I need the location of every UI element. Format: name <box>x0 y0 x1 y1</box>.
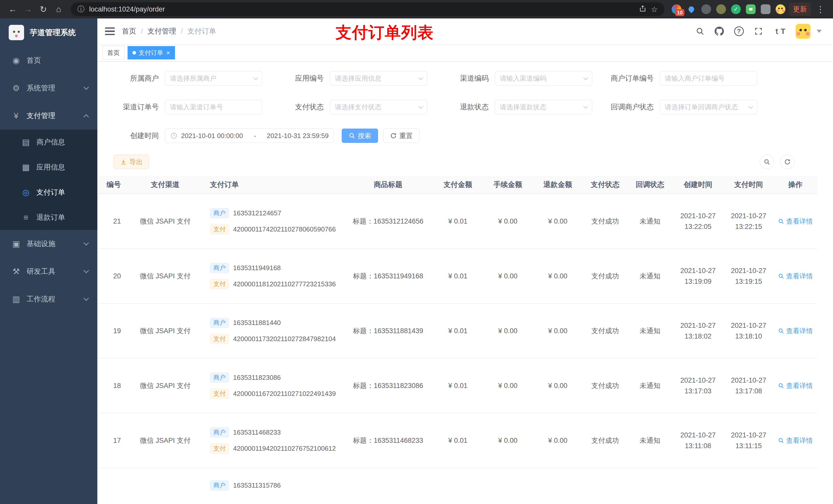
table-row[interactable]: 19微信 JSAPI 支付商户1635311881440支付4200001173… <box>97 304 817 359</box>
sidebar-item-system[interactable]: ⚙系统管理 <box>0 74 97 102</box>
browser-update-button[interactable]: 更新 <box>789 3 811 16</box>
table-row[interactable]: 21微信 JSAPI 支付商户1635312124657支付4200001174… <box>97 194 817 249</box>
view-detail-label: 查看详情 <box>786 217 813 226</box>
browser-menu-icon[interactable]: ⋮ <box>812 4 827 14</box>
browser-forward-button[interactable]: → <box>21 2 35 16</box>
action-cell: 查看详情 <box>774 413 817 467</box>
close-icon[interactable]: × <box>166 49 170 56</box>
font-size-icon[interactable]: ｔT <box>773 26 785 37</box>
view-detail-link[interactable]: 查看详情 <box>778 217 813 226</box>
table-row-partial[interactable]: 商户1635311315786 <box>97 468 817 504</box>
page-annotation: 支付订单列表 <box>336 22 434 43</box>
filter-label: 商户订单编号 <box>592 73 660 83</box>
view-detail-link[interactable]: 查看详情 <box>778 381 813 390</box>
breadcrumb-item[interactable]: 支付管理 <box>147 26 176 36</box>
site-info-icon[interactable]: ⓘ <box>77 4 85 14</box>
filter-select-notify-status[interactable]: 请选择订单回调商户状态 <box>660 100 757 114</box>
filter-select-pay-status[interactable]: 请选择支付状态 <box>330 100 427 114</box>
toolbar-right <box>760 155 794 169</box>
merchant-order-no: 1635311468233 <box>233 429 281 436</box>
github-icon[interactable] <box>715 27 724 36</box>
pay-amount-cell: ¥ 0.01 <box>433 194 483 248</box>
view-detail-link[interactable]: 查看详情 <box>778 272 813 281</box>
olive-extension-icon[interactable] <box>716 4 726 14</box>
create-clock: 13:19:09 <box>685 277 711 286</box>
create-time-cell: 2021-10-2713:19:09 <box>672 249 723 303</box>
pay-tag: 支付 <box>210 389 229 399</box>
view-detail-link[interactable]: 查看详情 <box>778 327 813 335</box>
product-title-cell: 标题：1635311949168 <box>343 249 433 303</box>
browser-back-button[interactable]: ← <box>6 2 20 16</box>
create-time-cell: 2021-10-2713:18:02 <box>672 304 723 358</box>
merchant-order-line: 商户1635312124657 <box>210 208 281 218</box>
address-bar[interactable]: ⓘ localhost:1024/pay/order ☆ <box>71 2 664 16</box>
table-row[interactable]: 20微信 JSAPI 支付商户1635311949168支付4200001181… <box>97 249 817 304</box>
pay-status-cell: 支付成功 <box>583 249 627 303</box>
browser-home-button[interactable]: ⌂ <box>52 2 66 16</box>
pay-status-cell: 支付成功 <box>583 413 627 467</box>
filter-select-app-no[interactable]: 请选择应用信息 <box>330 71 427 86</box>
magnifier-icon <box>778 437 784 443</box>
chat-extension-icon[interactable] <box>746 4 756 14</box>
avatar[interactable] <box>795 24 810 39</box>
sidebar-item-merchant-info[interactable]: ▤商户信息 <box>0 129 97 155</box>
date-end-value: 2021-10-31 23:59:59 <box>267 132 329 140</box>
sidebar-item-dev-tools[interactable]: ⚒研发工具 <box>0 258 97 285</box>
date-start-value: 2021-10-01 00:00:00 <box>181 132 243 140</box>
create-time-range-input[interactable]: 2021-10-01 00:00:00 - 2021-10-31 23:59:5… <box>165 128 334 143</box>
reset-button[interactable]: 重置 <box>383 128 420 143</box>
pay-channel-cell: 微信 JSAPI 支付 <box>125 413 205 467</box>
help-icon[interactable]: ? <box>734 26 744 36</box>
chevron-down-icon[interactable] <box>817 30 822 33</box>
refund-amount-cell: ¥ 0.00 <box>533 304 583 358</box>
sidebar-submenu: ▤商户信息▦应用信息◎支付订单≡退款订单 <box>0 129 97 230</box>
notify-status-cell: 未通知 <box>627 304 672 358</box>
pay-order-icon: ◎ <box>20 188 32 197</box>
placeholder-text: 请输入渠道订单号 <box>170 103 257 112</box>
sidebar: 芋道管理系统 ◉首页⚙系统管理¥支付管理▤商户信息▦应用信息◎支付订单≡退款订单… <box>0 19 97 504</box>
sidebar-item-pay-order[interactable]: ◎支付订单 <box>0 180 97 205</box>
table-row[interactable]: 18微信 JSAPI 支付商户1635311823086支付4200001167… <box>97 359 817 413</box>
bookmark-star-icon[interactable]: ☆ <box>651 5 658 14</box>
logo-row[interactable]: 芋道管理系统 <box>0 19 97 47</box>
extensions-grid-icon[interactable]: 10 <box>672 4 681 14</box>
tab-home[interactable]: 首页 <box>102 46 124 59</box>
search-button[interactable]: 搜索 <box>342 128 378 143</box>
tab-pay-order[interactable]: 支付订单× <box>127 46 175 59</box>
dark-extension-icon[interactable] <box>701 4 711 14</box>
filter-select-merchant[interactable]: 请选择所属商户 <box>165 71 262 86</box>
hamburger-icon[interactable] <box>105 27 115 35</box>
refresh-table-button[interactable] <box>780 155 794 169</box>
sidebar-item-infrastructure[interactable]: ▣基础设施 <box>0 230 97 258</box>
table-row[interactable]: 17微信 JSAPI 支付商户1635311468233支付4200001194… <box>97 413 817 468</box>
sidebar-item-home[interactable]: ◉首页 <box>0 47 97 74</box>
column-header-5: 手续金额 <box>483 176 533 194</box>
water-drop-extension-icon[interactable] <box>687 4 696 14</box>
sidebar-item-payment[interactable]: ¥支付管理 <box>0 102 97 129</box>
puzzle-extension-icon[interactable] <box>761 4 770 14</box>
sidebar-item-workflow[interactable]: ▥工作流程 <box>0 285 97 313</box>
check-extension-icon[interactable]: ✓ <box>731 4 741 14</box>
browser-refresh-button[interactable]: ↻ <box>37 2 50 16</box>
emoji-profile-icon[interactable] <box>776 4 785 14</box>
pay-status-cell: 支付成功 <box>583 304 627 358</box>
export-button[interactable]: 导出 <box>114 155 149 169</box>
breadcrumb-item[interactable]: 首页 <box>122 26 136 36</box>
filter-select-channel-code[interactable]: 请输入渠道编码 <box>495 71 592 86</box>
sidebar-item-refund-order[interactable]: ≡退款订单 <box>0 205 97 230</box>
pay-clock: 13:18:10 <box>735 332 762 341</box>
search-icon[interactable] <box>696 27 705 35</box>
filter-select-refund-status[interactable]: 请选择退款状态 <box>495 100 592 114</box>
merchant-order-no: 1635312124657 <box>233 209 281 217</box>
app-grid-icon: ▦ <box>20 162 32 172</box>
filter-input-merchant-order-no[interactable]: 请输入商户订单编号 <box>660 71 757 86</box>
share-icon[interactable] <box>639 5 646 14</box>
pay-clock: 13:19:15 <box>735 277 762 286</box>
view-detail-link[interactable]: 查看详情 <box>778 436 813 445</box>
column-header-8: 回调状态 <box>627 176 672 194</box>
toggle-search-button[interactable] <box>760 155 774 169</box>
fullscreen-icon[interactable] <box>754 27 763 35</box>
sidebar-item-app-info[interactable]: ▦应用信息 <box>0 155 97 180</box>
filter-input-channel-order-no[interactable]: 请输入渠道订单号 <box>165 100 262 114</box>
pay-status-cell: 支付成功 <box>583 194 627 248</box>
